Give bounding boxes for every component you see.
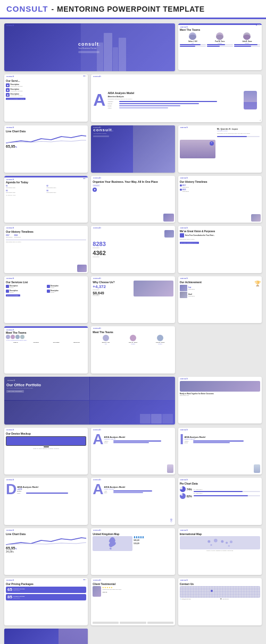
slide-label: consult: [179, 126, 189, 129]
slide-aida-i: consult I AIDA Analysis Model Interest A…: [178, 428, 262, 474]
slide-label: consult: [5, 126, 15, 129]
member-name-1: James M.: [6, 342, 26, 343]
slide-label: consult: [179, 529, 189, 532]
portfolio-content: consult Our Office Portfolio Get a Free …: [6, 379, 173, 393]
organize-content: Organize Your Business. Your Way. All In…: [93, 180, 173, 192]
slide-label: consult: [179, 377, 189, 380]
portfolio-cta: Get a Free Consultation: [6, 390, 24, 393]
uk-map-content: United Kingdom Map 👤👤👤👤👤 181,20: [93, 532, 173, 551]
page-title: MENTORING POWERPOINT TEMPLATE: [57, 5, 205, 13]
svg-point-3: [226, 541, 228, 544]
meet3-member-1: Selina J. Gill CEO: [93, 335, 119, 344]
slide-dots: [256, 24, 260, 26]
uk-map-visual: [93, 536, 132, 551]
aida-a2-content: A AIDA Analysis Model Action Analysis Ac…: [93, 482, 173, 497]
history-image-1: [251, 214, 261, 222]
pie-chart-2: [180, 493, 186, 499]
slide-pricing: consult Our Pricing Packages 65 Standard…: [4, 578, 88, 625]
slide-meet-teams-2: consult Meet The Teams All Our Professio…: [4, 326, 88, 373]
slide-intl-map: consult International Map Ready to Work …: [178, 528, 262, 575]
slide-organize: consult Organize Your Business. Your Way…: [91, 176, 174, 223]
slide-meet-teams-1: consult Meet The Teams Selina J. Gill CE…: [178, 23, 262, 70]
slide-line-chart-2: consult Line Chart Data 65,95% 34,06%: [4, 528, 88, 575]
line-chart-2-value-2: 34,06%: [6, 550, 86, 553]
slide-label: consult: [5, 75, 15, 78]
history-content-2: Our History Timelines 2017 Description 2…: [6, 230, 86, 243]
slide-label: consult: [5, 24, 15, 27]
intl-map-content: International Map Ready to Work Together…: [180, 532, 260, 552]
aida-a-content: A AIDA Analysis Model Attention Analysis…: [93, 432, 173, 447]
slide-dots: [84, 579, 86, 580]
quote-content: Mr. Quentin E. Lopez Managing Director D…: [217, 127, 260, 171]
intl-map-visual: [180, 536, 260, 549]
aida-a-figure: [167, 464, 173, 473]
slide-services-list: consult Our Services List DescriptionDet…: [4, 276, 88, 323]
pricing-content: Our Pricing Packages 65 Standard Package…: [6, 582, 86, 600]
slide-label: consult: [5, 529, 15, 532]
meet3-content: Meet The Teams Selina J. Gill CEO Paul M…: [93, 331, 173, 344]
slide-line-chart: consult Line Chart Data 65,95%: [4, 125, 88, 172]
aida-figure: [244, 91, 260, 109]
slide-uk-map: consult United Kingdom Map 👤👤👤👤👤: [91, 528, 174, 575]
device-content: Our Device Mockup Ready to Work Together…: [6, 432, 86, 450]
monitor-mockup: [6, 436, 86, 446]
member-name-3: Dave Rough: [46, 342, 66, 343]
slide-history-2: consult Our History Timelines 2017 Descr…: [4, 226, 88, 273]
stat-num-1: 8283: [93, 241, 173, 247]
history-image-2: [77, 265, 87, 272]
aida-a2-award: 🎖: [169, 519, 173, 523]
pricing-package-1: 65 Standard Package Description: [6, 587, 86, 593]
slide-quote: " Mr. Quentin E. Lopez Managing Director…: [178, 125, 262, 172]
slide-label: consult: [92, 226, 102, 230]
slide-aida-a: consult A AIDA Analysis Model Attention …: [91, 428, 174, 474]
why-choose-content: Why Choose Us? +4,372 Description $8,649…: [93, 281, 173, 297]
services-cta: Get a Free Consultation for Your Ne...: [6, 98, 26, 100]
slide-contact: consult Contact Us 📧 email@consult.com 📱…: [178, 578, 262, 625]
slide-stats: consult 8283 Description 4362 Descriptio…: [91, 226, 174, 273]
line-chart-content: Line Chart Data 65,95%: [6, 130, 86, 148]
member-name-4: Joanna King: [66, 342, 86, 343]
page-header: CONSULT - MENTORING POWERPOINT TEMPLATE: [0, 0, 266, 19]
history-content-1: Our History Timelines 2017Description 20…: [180, 180, 260, 193]
portfolio-images: [140, 414, 173, 423]
slide-history-1: consult Our History Timelines 2017Descri…: [178, 176, 262, 223]
slide-label: consult: [179, 478, 189, 481]
aida-content: AIDA Analysis Model Attention Analysis D…: [107, 91, 242, 109]
slide-together: consult Ready to Work Together for Bette…: [178, 377, 262, 423]
slide-dots: [84, 178, 86, 179]
achievement-image: [180, 285, 187, 291]
slide-aida-wide: consult A AIDA Analysis Model Attention …: [91, 74, 262, 122]
slide-label: consult: [92, 176, 102, 180]
slide-our-services: consult Our Servi... ◆ DescriptionDescri…: [4, 74, 88, 121]
line-chart-2-content: Line Chart Data 65,95% 34,06%: [6, 532, 86, 553]
person-image: ": [180, 127, 215, 171]
agenda-item-1: 01Description item: [6, 185, 46, 189]
meet-teams-content: Meet The Teams Selina J. Gill CEO Paul M…: [180, 28, 260, 47]
organize-icons: ▶: [93, 188, 173, 192]
stat-num-2: 4362: [93, 250, 173, 256]
slide-pie-chart: consult Pie Chart Data 74% 82% 01. Descr…: [178, 478, 262, 524]
slide-label: consult: [179, 26, 189, 29]
aida-d-content: D AIDA Analysis Model +4,372 $8,649 Desi…: [6, 482, 86, 497]
slide-label: consult: [92, 327, 102, 330]
slide-hero: consult. Your Business Partner consult: [4, 23, 175, 71]
stats-content: 8283 Description 4362 Description: [93, 230, 173, 268]
brand-name: CONSULT: [6, 4, 48, 13]
meet-teams-title: Meet The Teams: [180, 28, 260, 31]
slide-label: consult: [179, 176, 189, 180]
hero-subtitle: Your Business Partner: [78, 47, 101, 50]
team-member-2: Paul M. Tores Manager: [207, 32, 233, 47]
slide-label: consult: [92, 277, 102, 280]
vision-content: We've Great Vision & Purposes Get a Free…: [180, 230, 260, 243]
contact-info: 📧 email@consult.com 📱 +123 456 789: [180, 598, 260, 599]
slide-testimonial: consult Client Testimonial ★★★★★ Testimo…: [91, 578, 174, 625]
agenda-item-4: 04Description item: [46, 190, 86, 193]
thankyou-content: Thank You for Your Attention consult.: [22, 629, 70, 644]
stats-image: [164, 230, 174, 238]
hero-search-bar: [78, 51, 99, 53]
pie-content: Pie Chart Data 74% 82% 01. Description 0…: [180, 482, 260, 499]
vision-cta: Get a Free Consultation for Your N...: [180, 242, 199, 244]
slide-thankyou: Thank You for Your Attention consult.: [4, 629, 88, 644]
services-title: Our Servi...: [6, 79, 86, 82]
services-list-content: Our Services List DescriptionDetails Des…: [6, 281, 86, 297]
